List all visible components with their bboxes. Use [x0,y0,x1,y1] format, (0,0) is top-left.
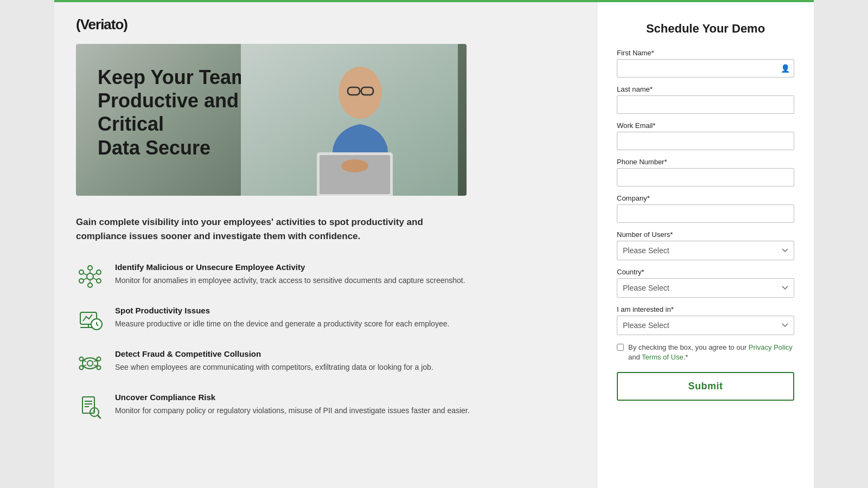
right-panel: Schedule Your Demo First Name* 👤 Last na… [597,0,814,488]
country-group: Country* Please Select United States Uni… [617,268,794,298]
num-users-label: Number of Users* [617,230,794,239]
feature-icon-fraud [76,349,104,377]
feature-item-malicious: Identify Malicious or Unsecure Employee … [76,262,564,291]
features-list: Identify Malicious or Unsecure Employee … [76,262,564,421]
svg-line-20 [93,278,97,280]
agree-checkbox[interactable] [617,344,624,351]
country-label: Country* [617,268,794,276]
svg-point-7 [341,159,368,172]
svg-point-8 [87,273,93,280]
logo: (Veriato) [76,16,564,33]
svg-point-9 [88,266,92,270]
svg-point-30 [97,357,101,361]
svg-point-10 [88,283,92,287]
first-name-label: First Name* [617,49,794,57]
company-input[interactable] [617,204,794,223]
feature-item-compliance: Uncover Compliance Risk Monitor for comp… [76,393,564,421]
feature-title-productivity: Spot Productivity Issues [115,306,564,315]
svg-rect-37 [82,397,94,413]
checkbox-label[interactable]: By checking the box, you agree to our Pr… [628,343,794,362]
svg-point-28 [87,361,93,366]
feature-desc-malicious: Monitor for anomalies in employee activi… [115,275,564,286]
num-users-select[interactable]: Please Select 1-50 51-200 201-500 500+ [617,241,794,260]
work-email-group: Work Email* [617,121,794,150]
work-email-input[interactable] [617,132,794,150]
phone-group: Phone Number* [617,158,794,187]
svg-line-43 [93,410,94,412]
terms-link[interactable]: Terms of Use [642,353,684,361]
submit-button[interactable]: Submit [617,372,794,401]
phone-input[interactable] [617,168,794,187]
feature-desc-compliance: Monitor for company policy or regulatory… [115,405,564,416]
hero-person-svg [232,44,467,196]
page-wrapper: (Veriato) Keep Your Teams Productive and… [54,0,814,488]
feature-item-productivity: Spot Productivity Issues Measure product… [76,306,564,334]
work-email-label: Work Email* [617,121,794,130]
person-icon: 👤 [781,64,790,73]
num-users-group: Number of Users* Please Select 1-50 51-2… [617,230,794,260]
svg-line-19 [84,278,87,280]
interested-label: I am interested in* [617,305,794,313]
last-name-input[interactable] [617,95,794,114]
svg-point-14 [97,279,101,283]
first-name-input-wrapper: 👤 [617,59,794,78]
svg-point-11 [79,270,84,274]
feature-title-malicious: Identify Malicious or Unsecure Employee … [115,262,564,272]
company-label: Company* [617,194,794,202]
first-name-input[interactable] [617,59,794,78]
top-bar [54,0,814,2]
svg-point-12 [97,270,101,274]
country-select[interactable]: Please Select United States United Kingd… [617,278,794,298]
feature-text-productivity: Spot Productivity Issues Measure product… [115,306,564,330]
last-name-group: Last name* [617,85,794,114]
feature-icon-malicious [76,262,104,291]
feature-item-fraud: Detect Fraud & Competitive Collusion See… [76,349,564,377]
phone-label: Phone Number* [617,158,794,166]
feature-title-fraud: Detect Fraud & Competitive Collusion [115,349,564,358]
company-group: Company* [617,194,794,223]
last-name-label: Last name* [617,85,794,93]
hero-image: Keep Your Teams Productive and Critical … [76,44,467,196]
first-name-group: First Name* 👤 [617,49,794,78]
form-title: Schedule Your Demo [617,22,794,36]
left-content: (Veriato) Keep Your Teams Productive and… [54,0,597,488]
svg-point-1 [339,67,382,119]
feature-desc-fraud: See when employees are communicating wit… [115,362,564,373]
subtitle: Gain complete visibility into your emplo… [76,215,445,243]
interested-group: I am interested in* Please Select Employ… [617,305,794,335]
feature-title-compliance: Uncover Compliance Risk [115,393,564,402]
svg-line-42 [98,415,100,418]
interested-select[interactable]: Please Select Employee Monitoring Produc… [617,316,794,335]
feature-text-malicious: Identify Malicious or Unsecure Employee … [115,262,564,286]
svg-point-29 [80,357,84,361]
svg-point-32 [97,366,101,370]
privacy-policy-link[interactable]: Privacy Policy [749,343,793,351]
svg-line-17 [84,273,87,275]
svg-point-13 [79,279,84,283]
feature-text-compliance: Uncover Compliance Risk Monitor for comp… [115,393,564,416]
feature-icon-compliance [76,393,104,421]
feature-desc-productivity: Measure productive or idle time on the d… [115,318,564,330]
checkbox-wrapper: By checking the box, you agree to our Pr… [617,343,794,362]
feature-icon-productivity [76,306,104,334]
svg-point-27 [82,358,98,369]
svg-line-18 [93,273,97,275]
svg-point-31 [80,366,84,370]
feature-text-fraud: Detect Fraud & Competitive Collusion See… [115,349,564,373]
